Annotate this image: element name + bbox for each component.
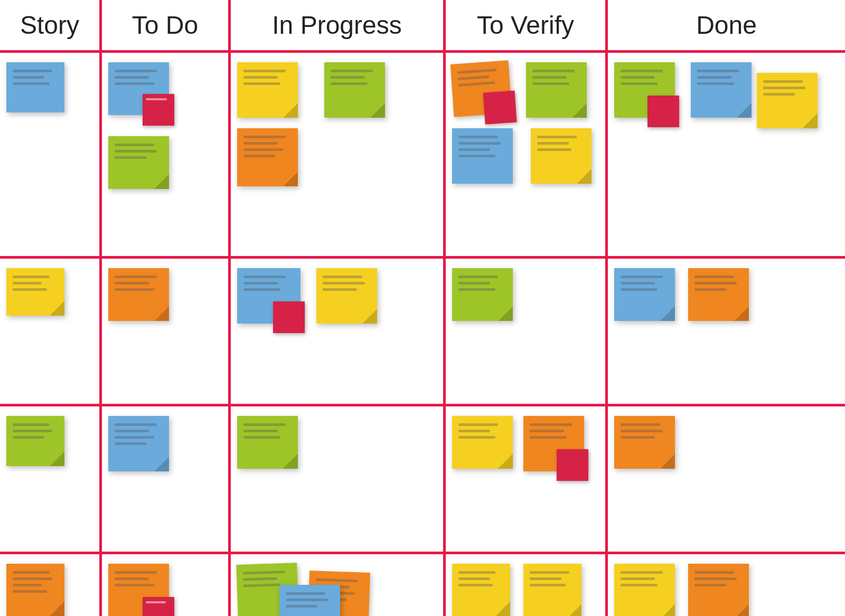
row1-inprogress bbox=[231, 53, 446, 259]
row2-inprogress bbox=[231, 259, 446, 406]
note[interactable] bbox=[452, 564, 510, 616]
note[interactable] bbox=[108, 564, 169, 616]
note[interactable] bbox=[316, 268, 377, 324]
kanban-board: Story To Do In Progress To Verify Done bbox=[0, 0, 845, 616]
note[interactable] bbox=[279, 585, 340, 616]
note[interactable] bbox=[614, 62, 675, 118]
note[interactable] bbox=[237, 62, 298, 118]
row2-todo bbox=[102, 259, 231, 406]
note[interactable] bbox=[450, 60, 512, 117]
header-todo: To Do bbox=[102, 0, 231, 53]
row1-story bbox=[0, 53, 102, 259]
note[interactable] bbox=[6, 268, 64, 316]
note[interactable] bbox=[237, 268, 301, 324]
badge-note bbox=[143, 597, 174, 616]
row1-toverify bbox=[446, 53, 608, 259]
row3-story bbox=[0, 406, 102, 554]
note[interactable] bbox=[324, 62, 385, 118]
row4-done bbox=[608, 554, 845, 616]
note[interactable] bbox=[691, 62, 752, 118]
row3-inprogress bbox=[231, 406, 446, 554]
note[interactable] bbox=[757, 73, 818, 128]
row3-toverify bbox=[446, 406, 608, 554]
note[interactable] bbox=[452, 128, 513, 184]
header-done: Done bbox=[608, 0, 845, 53]
badge-note bbox=[483, 91, 517, 125]
badge-note bbox=[143, 94, 174, 126]
note[interactable] bbox=[452, 416, 513, 469]
row2-story bbox=[0, 259, 102, 406]
note[interactable] bbox=[523, 564, 581, 616]
note[interactable] bbox=[526, 62, 587, 118]
note[interactable] bbox=[452, 268, 513, 321]
note[interactable] bbox=[6, 564, 64, 616]
note[interactable] bbox=[614, 416, 675, 469]
note[interactable] bbox=[614, 564, 675, 616]
header-inprogress: In Progress bbox=[231, 0, 446, 53]
note[interactable] bbox=[237, 128, 298, 186]
note[interactable] bbox=[688, 268, 749, 321]
note[interactable] bbox=[614, 268, 675, 321]
header-toverify: To Verify bbox=[446, 0, 608, 53]
badge-note bbox=[273, 301, 305, 333]
badge-note bbox=[647, 96, 679, 127]
note[interactable] bbox=[523, 416, 584, 471]
note[interactable] bbox=[108, 416, 169, 471]
badge-note bbox=[557, 449, 588, 481]
header-story: Story bbox=[0, 0, 102, 53]
row1-todo bbox=[102, 53, 231, 259]
note[interactable] bbox=[531, 128, 592, 184]
note[interactable] bbox=[108, 62, 169, 115]
row4-story bbox=[0, 554, 102, 616]
row1-done bbox=[608, 53, 845, 259]
note[interactable] bbox=[108, 268, 169, 321]
note[interactable] bbox=[108, 136, 169, 189]
row4-todo bbox=[102, 554, 231, 616]
row4-inprogress bbox=[231, 554, 446, 616]
note[interactable] bbox=[237, 416, 298, 469]
row2-toverify bbox=[446, 259, 608, 406]
note[interactable] bbox=[6, 62, 64, 112]
note[interactable] bbox=[688, 564, 749, 616]
note[interactable] bbox=[6, 416, 64, 466]
row3-done bbox=[608, 406, 845, 554]
row3-todo bbox=[102, 406, 231, 554]
row4-toverify bbox=[446, 554, 608, 616]
row2-done bbox=[608, 259, 845, 406]
